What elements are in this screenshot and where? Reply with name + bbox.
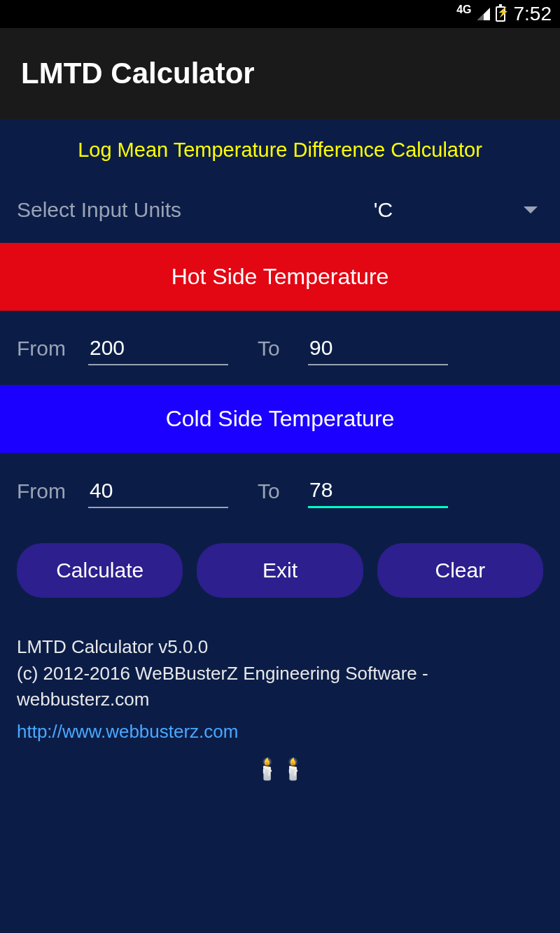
- hot-to-input[interactable]: [308, 332, 448, 365]
- bottom-decoration: 🕯️🕯️: [0, 752, 560, 781]
- content-area: Log Mean Temperature Difference Calculat…: [0, 119, 560, 933]
- units-row: Select Input Units 'C: [0, 187, 560, 243]
- exit-button[interactable]: Exit: [197, 543, 363, 598]
- cold-to-input[interactable]: [308, 474, 448, 508]
- page-subtitle: Log Mean Temperature Difference Calculat…: [0, 119, 560, 187]
- app-bar: LMTD Calculator: [0, 28, 560, 119]
- cold-section-header: Cold Side Temperature: [0, 385, 560, 453]
- clear-button[interactable]: Clear: [377, 543, 543, 598]
- units-label: Select Input Units: [17, 198, 181, 222]
- units-select[interactable]: 'C: [181, 198, 543, 222]
- calculate-button[interactable]: Calculate: [17, 543, 183, 598]
- status-bar: 4G 7:52: [0, 0, 560, 28]
- cold-from-input[interactable]: [88, 475, 228, 508]
- footer-link[interactable]: http://www.webbusterz.com: [17, 719, 543, 745]
- signal-icon: [477, 8, 490, 20]
- hot-from-input[interactable]: [88, 332, 228, 365]
- cold-to-label: To: [258, 479, 300, 503]
- battery-icon: [496, 6, 505, 22]
- footer-copyright: (c) 2012-2016 WeBBusterZ Engineering Sof…: [17, 661, 543, 713]
- hot-from-label: From: [17, 337, 80, 360]
- status-time: 7:52: [514, 3, 552, 25]
- footer: LMTD Calculator v5.0.0 (c) 2012-2016 WeB…: [0, 613, 560, 752]
- app-title: LMTD Calculator: [21, 57, 255, 90]
- cold-from-label: From: [17, 479, 80, 503]
- hot-input-row: From To: [0, 311, 560, 385]
- hot-to-label: To: [258, 337, 300, 360]
- footer-version: LMTD Calculator v5.0.0: [17, 634, 543, 661]
- candle-icon: 🕯️🕯️: [254, 757, 306, 781]
- units-selected-value: 'C: [374, 198, 393, 222]
- cold-input-row: From To: [0, 453, 560, 528]
- button-row: Calculate Exit Clear: [0, 528, 560, 613]
- network-indicator: 4G: [456, 3, 471, 16]
- hot-section-header: Hot Side Temperature: [0, 243, 560, 311]
- chevron-down-icon: [524, 206, 538, 213]
